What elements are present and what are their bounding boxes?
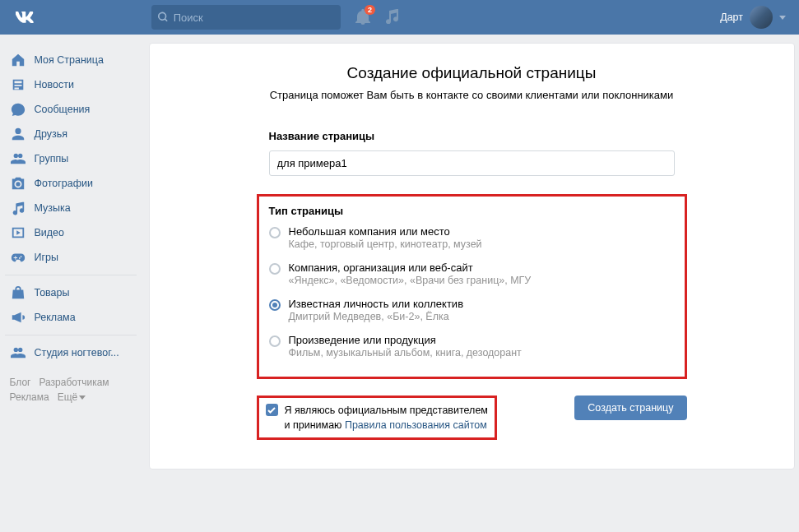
search-box[interactable] <box>151 5 341 30</box>
radio-company-org[interactable]: Компания, организация или веб-сайт «Янде… <box>269 261 675 286</box>
nav-community[interactable]: Студия ногтевог... <box>5 340 137 365</box>
photos-icon <box>10 175 26 192</box>
nav-market[interactable]: Товары <box>5 280 137 305</box>
chevron-down-icon <box>79 396 86 400</box>
nav-label: Реклама <box>35 312 76 323</box>
home-icon <box>10 52 26 68</box>
radio-indicator <box>269 299 281 311</box>
consent-checkbox[interactable] <box>266 404 278 416</box>
name-label: Название страницы <box>269 130 675 142</box>
type-highlight-box: Тип страницы Небольшая компания или мест… <box>257 194 687 379</box>
header-icons: 2 <box>355 8 398 27</box>
page-name-input[interactable] <box>269 150 675 176</box>
bottom-row: Я являюсь официальным представителем и п… <box>150 396 794 440</box>
radio-title: Небольшая компания или место <box>289 225 482 238</box>
radio-product[interactable]: Произведение или продукция Фильм, музыка… <box>269 334 675 359</box>
terms-link[interactable]: Правила пользования сайтом <box>345 419 487 431</box>
radio-famous-person[interactable]: Известная личность или коллектив Дмитрий… <box>269 298 675 322</box>
radio-indicator <box>269 227 281 238</box>
nav-divider <box>5 335 137 335</box>
chevron-down-icon <box>779 16 786 20</box>
consent-label: Я являюсь официальным представителем и п… <box>285 403 488 433</box>
nav-music[interactable]: Музыка <box>5 196 137 220</box>
messages-icon <box>10 101 26 118</box>
nav-label: Товары <box>35 287 70 298</box>
consent-highlight-box: Я являюсь официальным представителем и п… <box>257 396 497 440</box>
radio-desc: «Яндекс», «Ведомости», «Врачи без границ… <box>289 275 532 286</box>
nav-divider <box>5 275 137 275</box>
radio-title: Известная личность или коллектив <box>289 298 464 310</box>
nav-messages[interactable]: Сообщения <box>5 97 137 122</box>
page-type-radio-group: Небольшая компания или место Кафе, торго… <box>269 225 675 359</box>
radio-desc: Кафе, торговый центр, кинотеатр, музей <box>289 238 482 250</box>
nav-groups[interactable]: Группы <box>5 146 137 171</box>
radio-title: Произведение или продукция <box>289 334 522 346</box>
username: Дарт <box>720 12 743 23</box>
notifications-button[interactable]: 2 <box>355 8 370 27</box>
vk-logo[interactable] <box>13 5 38 30</box>
nav-label: Музыка <box>35 202 71 214</box>
nav-label: Студия ногтевог... <box>35 347 119 359</box>
nav-photos[interactable]: Фотографии <box>5 171 137 196</box>
nav-label: Сообщения <box>35 104 91 115</box>
nav-games[interactable]: Игры <box>5 245 137 270</box>
nav-news[interactable]: Новости <box>5 72 137 97</box>
nav-label: Игры <box>35 252 58 263</box>
type-label: Тип страницы <box>269 205 675 217</box>
footer-advertising[interactable]: Реклама <box>10 391 49 403</box>
nav-video[interactable]: Видео <box>5 220 137 245</box>
sidebar: Моя Страница Новости Сообщения Друзья Гр… <box>5 43 137 470</box>
ads-icon <box>10 309 26 326</box>
radio-small-company[interactable]: Небольшая компания или место Кафе, торго… <box>269 225 675 250</box>
friends-icon <box>10 126 26 142</box>
main-content: Создание официальной страницы Страница п… <box>149 43 795 470</box>
games-icon <box>10 249 26 266</box>
footer-links: Блог Разработчикам Реклама Ещё <box>5 377 137 403</box>
radio-desc: Фильм, музыкальный альбом, книга, дезодо… <box>289 347 522 359</box>
create-page-button[interactable]: Создать страницу <box>574 396 686 420</box>
music-button[interactable] <box>385 9 398 26</box>
nav-label: Моя Страница <box>35 54 104 66</box>
music-icon <box>10 200 26 216</box>
footer-blog[interactable]: Блог <box>10 377 31 388</box>
notification-badge: 2 <box>365 5 375 15</box>
video-icon <box>10 224 26 241</box>
nav-friends[interactable]: Друзья <box>5 122 137 146</box>
nav-label: Видео <box>35 227 65 238</box>
footer-more[interactable]: Ещё <box>58 391 86 403</box>
radio-indicator <box>269 263 281 275</box>
footer-developers[interactable]: Разработчикам <box>39 377 109 388</box>
search-icon <box>158 12 169 23</box>
top-header: 2 Дарт <box>0 0 799 35</box>
radio-title: Компания, организация или веб-сайт <box>289 261 532 274</box>
radio-indicator <box>269 335 281 347</box>
groups-icon <box>10 150 26 167</box>
avatar <box>750 6 773 29</box>
page-title: Создание официальной страницы <box>150 64 794 82</box>
nav-label: Группы <box>35 153 69 164</box>
nav-ads[interactable]: Реклама <box>5 305 137 330</box>
nav-label: Фотографии <box>35 178 93 189</box>
nav-label: Новости <box>35 79 74 90</box>
consent-checkbox-wrap[interactable]: Я являюсь официальным представителем и п… <box>266 403 488 433</box>
news-icon <box>10 76 26 93</box>
check-icon <box>267 407 276 414</box>
nav-label: Друзья <box>35 128 68 140</box>
search-input[interactable] <box>174 12 334 24</box>
community-icon <box>10 345 26 361</box>
user-menu[interactable]: Дарт <box>720 6 786 29</box>
nav-my-page[interactable]: Моя Страница <box>5 48 137 72</box>
radio-desc: Дмитрий Медведев, «Би-2», Ёлка <box>289 311 464 322</box>
page-subtitle: Страница поможет Вам быть в контакте со … <box>150 89 794 101</box>
market-icon <box>10 285 26 301</box>
